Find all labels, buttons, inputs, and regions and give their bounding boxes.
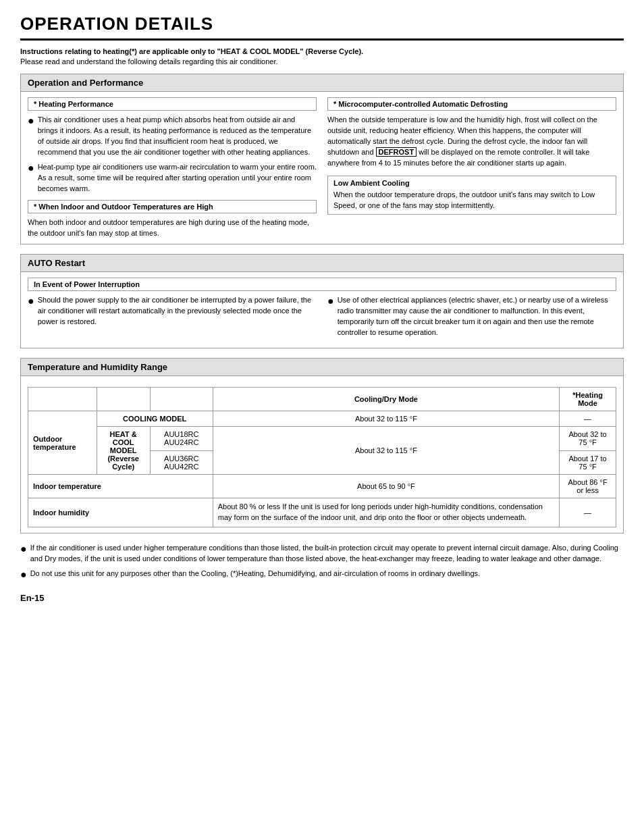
indoor-humidity-label: Indoor humidity (28, 498, 213, 527)
footer-bullet-1-text: If the air conditioner is used under hig… (30, 543, 624, 565)
heat-cool-model-label: HEAT &COOL MODEL(Reverse Cycle) (97, 427, 150, 475)
table-row-hc-model-1: HEAT &COOL MODEL(Reverse Cycle) AUU18RC … (28, 427, 616, 451)
heating-bullet-2-text: Heat-pump type air conditioners use warm… (38, 162, 317, 194)
auto-right-col: ● Use of other electrical appliances (el… (327, 295, 616, 342)
section-temp-humidity: Temperature and Humidity Range Cooling/D… (20, 358, 624, 533)
section-operation: Operation and Performance * Heating Perf… (20, 74, 624, 244)
page-title: OPERATION DETAILS (20, 14, 624, 34)
indoor-temp-hm: About 86 °F or less (560, 475, 616, 498)
auto-restart-header: AUTO Restart (21, 255, 623, 272)
auto-bullet-dot-1: ● (28, 295, 34, 307)
auto-bullet-1: ● Should the power supply to the air con… (28, 295, 317, 328)
footer-dot-1: ● (20, 543, 27, 555)
bullet-dot-1: ● (28, 115, 34, 127)
heating-perf-header: * Heating Performance (28, 97, 317, 111)
page-number: En-15 (20, 593, 624, 603)
table-empty-1 (28, 388, 97, 411)
defrost-word: DEFROST (376, 147, 417, 157)
footer-section: ● If the air conditioner is used under h… (20, 543, 624, 580)
table-empty-3 (150, 388, 213, 411)
heating-bullet-1: ● This air conditioner uses a heat pump … (28, 115, 317, 158)
power-interruption-header: In Event of Power Interruption (28, 278, 616, 291)
auto-bullet-2: ● Use of other electrical appliances (el… (327, 295, 616, 338)
heating-bullet-1-text: This air conditioner uses a heat pump wh… (38, 115, 317, 158)
auto-bullet-dot-2: ● (327, 295, 334, 307)
footer-dot-2: ● (20, 569, 27, 581)
intro-normal: Please read and understand the following… (20, 57, 624, 66)
section-operation-content: * Heating Performance ● This air conditi… (21, 92, 623, 244)
table-row-cooling-model: Outdoor temperature COOLING MODEL About … (28, 411, 616, 427)
indoor-temp-label: Indoor temperature (28, 475, 213, 498)
cooling-model-hm: — (560, 411, 616, 427)
temp-table: Cooling/Dry Mode *Heating Mode Outdoor t… (28, 387, 616, 527)
bullet-dot-2: ● (28, 162, 34, 174)
auu1824-label: AUU18RC AUU24RC (150, 427, 213, 451)
cooling-model-label: COOLING MODEL (97, 411, 213, 427)
auto-bullet-1-text: Should the power supply to the air condi… (38, 295, 317, 328)
heat-hm2: About 17 to 75 °F (560, 450, 616, 475)
operation-right-col: * Microcomputer-controlled Automatic Def… (327, 97, 616, 238)
when-temp-header: * When Indoor and Outdoor Temperatures a… (28, 200, 317, 213)
heat-hm1: About 32 to 75 °F (560, 427, 616, 451)
auto-left-col: ● Should the power supply to the air con… (28, 295, 317, 342)
footer-bullet-1: ● If the air conditioner is used under h… (20, 543, 624, 565)
temp-humidity-content: Cooling/Dry Mode *Heating Mode Outdoor t… (21, 376, 623, 533)
indoor-humidity-hm: — (560, 498, 616, 527)
auto-restart-content: In Event of Power Interruption ● Should … (21, 272, 623, 348)
footer-bullet-2: ● Do not use this unit for any purposes … (20, 569, 624, 581)
operation-left-col: * Heating Performance ● This air conditi… (28, 97, 317, 238)
footer-bullet-2-text: Do not use this unit for any purposes ot… (30, 569, 624, 579)
indoor-temp-cd: About 65 to 90 °F (213, 475, 559, 498)
defrost-text: When the outside temperature is low and … (327, 115, 616, 169)
low-ambient-header: Low Ambient Cooling (333, 179, 610, 187)
table-row-indoor-temp: Indoor temperature About 65 to 90 °F Abo… (28, 475, 616, 498)
col-cooling-dry: Cooling/Dry Mode (213, 388, 559, 411)
defrost-header: * Microcomputer-controlled Automatic Def… (327, 97, 616, 111)
temp-humidity-header: Temperature and Humidity Range (21, 359, 623, 376)
low-ambient-text: When the outdoor temperature drops, the … (333, 190, 610, 211)
intro-bold: Instructions relating to heating(*) are … (20, 47, 624, 55)
auu3642-label: AUU36RC AUU42RC (150, 450, 213, 475)
heat-cd: About 32 to 115 °F (213, 427, 559, 475)
heating-bullet-2: ● Heat-pump type air conditioners use wa… (28, 162, 317, 194)
table-row-indoor-humidity: Indoor humidity About 80 % or less If th… (28, 498, 616, 527)
table-empty-2 (97, 388, 150, 411)
section-auto-restart: AUTO Restart In Event of Power Interrupt… (20, 254, 624, 348)
outdoor-temp-label: Outdoor temperature (28, 411, 97, 475)
auto-bullet-2-text: Use of other electrical appliances (elec… (338, 295, 616, 338)
title-rule (20, 38, 624, 41)
when-temp-text: When both indoor and outdoor temperature… (28, 217, 317, 239)
auto-two-col: ● Should the power supply to the air con… (28, 295, 616, 342)
col-heating: *Heating Mode (560, 388, 616, 411)
section-operation-header: Operation and Performance (21, 74, 623, 92)
operation-two-col: * Heating Performance ● This air conditi… (28, 97, 616, 238)
cooling-model-cd: About 32 to 115 °F (213, 411, 559, 427)
indoor-humidity-cd: About 80 % or less If the unit is used f… (213, 498, 559, 527)
